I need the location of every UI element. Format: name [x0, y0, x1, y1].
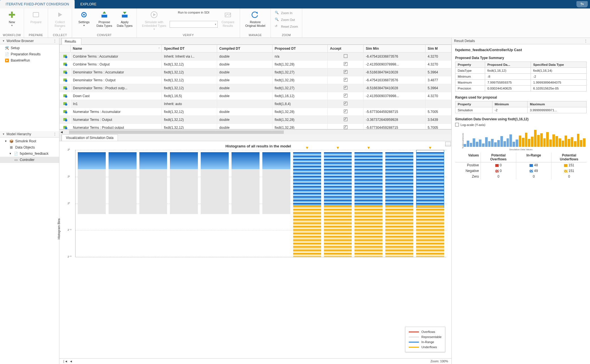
subsystem-icon: ▭ [14, 158, 18, 162]
play-icon [55, 10, 64, 19]
accept-checkbox[interactable] [344, 70, 347, 74]
top-tab-bar: ITERATIVE FIXED-POINT CONVERSION EXPLORE… [0, 0, 590, 8]
histogram-column[interactable]: ▼ [416, 150, 445, 257]
histogram-visualization: Histograms of all results in the model H… [59, 141, 451, 358]
prepare-icon [31, 10, 40, 19]
results-tab[interactable]: Results [62, 38, 81, 45]
histogram-title: Histograms of all results in the model [70, 144, 446, 148]
nav-buttons[interactable]: |◀ ◀ [63, 359, 73, 363]
table-row[interactable]: Denominator Terms : Accumulatorfixdt(1,3… [60, 68, 451, 76]
simulink-icon: 📦 [9, 139, 14, 143]
compare-icon [223, 10, 232, 19]
results-col-0[interactable] [60, 45, 71, 53]
histogram-column[interactable] [231, 150, 260, 257]
result-details-header: Result Details⋮ [452, 38, 590, 44]
mh-data-objects[interactable]: ⊞Data Objects [0, 144, 59, 151]
histogram-column[interactable] [169, 150, 198, 257]
accept-checkbox[interactable] [344, 86, 347, 90]
table-row[interactable]: Numerator Terms : Outputfixdt(1,32,12)do… [60, 116, 451, 124]
table-row[interactable]: Numerator Terms : Accumulatorfixdt(1,32,… [60, 108, 451, 116]
propose-data-types-button[interactable]: Propose Data Types [94, 9, 114, 29]
model-hierarchy-header[interactable]: ▼Model Hierarchy⋮ [0, 131, 59, 138]
collect-ranges-button: Collect Ranges▾ [50, 9, 70, 32]
wf-baseline-run[interactable]: ▶️BaselineRun [0, 57, 59, 64]
svg-marker-7 [103, 11, 106, 14]
results-tabstrip: Results [59, 38, 451, 45]
histogram-column[interactable] [77, 150, 106, 257]
gripper-icon[interactable] [59, 134, 62, 141]
settings-button[interactable]: Settings▾ [74, 9, 94, 28]
svg-point-19 [65, 72, 67, 74]
mh-controller[interactable]: ▭Controller [0, 157, 59, 163]
accept-checkbox[interactable] [344, 78, 347, 82]
accept-checkbox[interactable] [344, 125, 347, 129]
svg-marker-3 [58, 12, 62, 17]
new-button[interactable]: New▾ [2, 9, 22, 28]
accept-checkbox[interactable] [344, 110, 347, 113]
gripper-icon[interactable] [59, 38, 62, 44]
zoom-out-icon: 🔍 [275, 18, 279, 22]
row-icon [60, 100, 71, 108]
legend-toggle-button[interactable] [445, 142, 451, 146]
results-col-1[interactable]: Name↑ [70, 45, 161, 53]
histogram-column[interactable] [262, 150, 291, 257]
accept-checkbox[interactable] [344, 117, 347, 121]
table-row[interactable]: Down Castfixdt(1,16,5)doublefixdt(1,16,1… [60, 92, 451, 100]
svg-rect-1 [9, 14, 15, 16]
mh-simulink-root[interactable]: ▼📦Simulink Root [0, 138, 59, 144]
wf-setup[interactable]: 🛠️Setup [0, 45, 59, 51]
zoom-out-button[interactable]: 🔍Zoom Out [273, 17, 297, 23]
accept-checkbox[interactable] [344, 102, 347, 105]
results-col-7[interactable]: Sim M [425, 45, 451, 53]
group-label-prepare: PREPARE [26, 33, 46, 38]
mh-model[interactable]: ▼📄fxpdemo_feedback [0, 151, 59, 157]
table-row[interactable]: Denominator Terms : Product outp...fixdt… [60, 84, 451, 92]
workflow-browser-header[interactable]: ▼Workflow Browser⋮ [0, 38, 59, 44]
histogram-column[interactable] [200, 150, 229, 257]
restore-original-button[interactable]: Restore Original Model [242, 9, 269, 29]
results-col-3[interactable]: Compiled DT [217, 45, 272, 53]
tab-explore[interactable]: EXPLORE [75, 0, 102, 8]
row-icon [60, 53, 71, 60]
help-button[interactable]: ? ▾ [576, 1, 588, 7]
propose-icon [100, 10, 109, 19]
mini-histogram: % Occurrences Simulation Data Values [455, 128, 587, 151]
wf-preparation-results[interactable]: 📄Preparation Results [0, 51, 59, 57]
results-hscroll[interactable]: ◀ [59, 129, 451, 134]
zoom-in-button[interactable]: 🔍Zoom In [273, 10, 295, 16]
prepare-button: Prepare [26, 9, 46, 25]
table-row[interactable]: Combine Terms : AccumulatorInherit: Inhe… [60, 53, 451, 60]
logscale-checkbox[interactable] [455, 123, 459, 127]
row-icon [60, 84, 71, 92]
results-col-4[interactable]: Proposed DT [272, 45, 328, 53]
histogram-column[interactable]: ▼ [354, 150, 383, 257]
histogram-column[interactable]: ▼ [293, 150, 322, 257]
tab-iterative-fixed-point[interactable]: ITERATIVE FIXED-POINT CONVERSION [0, 0, 75, 8]
accept-checkbox[interactable] [344, 94, 347, 97]
svg-point-15 [65, 56, 67, 58]
table-row[interactable]: Combine Terms : Outputfixdt(1,32,12)doub… [60, 60, 451, 68]
group-label-zoom: ZOOM [273, 33, 300, 38]
reload-icon: ↺ [275, 24, 279, 29]
histogram-column[interactable] [385, 150, 414, 257]
proposed-summary-table: PropertyProposed Da...Specified Data Typ… [455, 62, 587, 91]
group-label-workflow: WORKFLOW [2, 33, 22, 38]
results-col-5[interactable]: Accept [328, 45, 364, 53]
histogram-column[interactable] [108, 150, 137, 257]
apply-data-types-button[interactable]: Apply Data Types [114, 9, 135, 29]
histogram-column[interactable] [139, 150, 168, 257]
table-row[interactable]: Numerator Terms : Product outputfixdt(1,… [60, 124, 451, 130]
ranges-table: PropertyMinimumMaximumSimulation-23.9999… [455, 101, 587, 113]
visualization-tab[interactable]: Visualization of Simulation Data [62, 134, 118, 141]
results-col-6[interactable]: Sim Min [364, 45, 425, 53]
table-row[interactable]: Denominator Terms : Outputfixdt(1,32,12)… [60, 76, 451, 84]
run-compare-dropdown[interactable]: ▾ [170, 21, 218, 28]
reset-zoom-button[interactable]: ↺Reset Zoom [273, 24, 300, 29]
accept-checkbox[interactable] [344, 54, 347, 58]
table-row[interactable]: In1Inherit: autofixdt(1,8,4) [60, 100, 451, 108]
histogram-column[interactable]: ▼ [323, 150, 353, 257]
row-icon [60, 76, 71, 84]
histogram-legend: Overflows Representable In-Range Underfl… [405, 327, 445, 352]
accept-checkbox[interactable] [344, 62, 347, 66]
results-col-2[interactable]: Specified DT [162, 45, 217, 53]
